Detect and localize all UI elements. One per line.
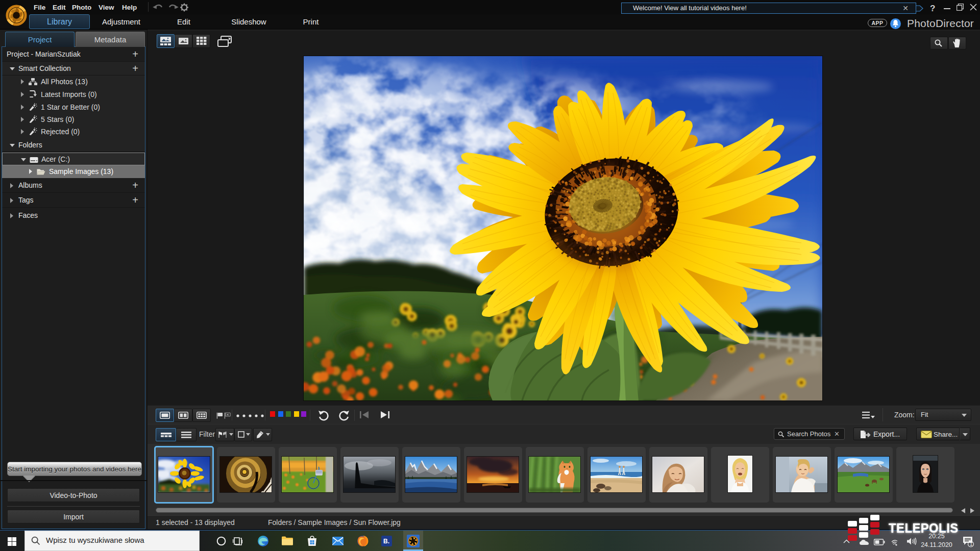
svg-text:1: 1 (970, 541, 973, 547)
svg-text:B.: B. (383, 538, 389, 545)
